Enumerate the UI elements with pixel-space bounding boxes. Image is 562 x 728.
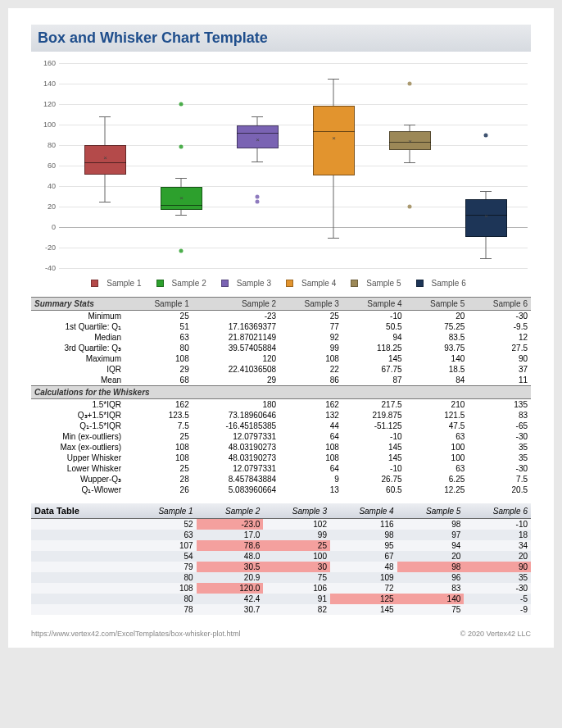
cell: -30 [468,431,531,442]
calculations-header-row: Calculations for the Whiskers [31,386,531,399]
outlier-point [179,102,184,107]
cell: 108 [129,442,193,453]
cell: 35 [464,572,531,583]
cell: 68 [129,375,193,386]
table-row: 3rd Quartile: Q₃8039.5740588499118.2593.… [31,343,531,353]
boxplot: × [313,58,355,275]
cell: 26 [129,485,193,495]
cell: -30 [464,583,531,594]
cell: -10 [342,463,406,474]
cell: 28 [129,474,193,485]
cell: 12 [468,332,531,343]
table-row: 6317.099989718 [31,530,531,540]
cell: 97 [397,530,465,540]
cell: 108 [279,442,342,453]
page-title: Box and Whisker Chart Template [38,30,524,47]
table-row: 7830.78214575-9 [31,604,531,615]
legend-item: Sample 2 [156,279,211,288]
cell: 47.5 [406,421,469,431]
cell: -65 [468,421,531,431]
cell: -30 [468,311,531,322]
outlier-point [408,82,412,86]
col-header: Sample 6 [468,298,531,311]
row-label: Q₁-1.5*IQR [31,421,129,431]
cell: 77 [279,321,342,332]
cell: 26.75 [342,474,406,485]
cell: 63 [129,530,197,540]
table-row: 5448.0100672020 [31,551,531,562]
table-row: Minimum25-2325-1020-30 [31,311,531,322]
outlier-point [256,199,260,203]
row-label: Max (ex-outliers) [31,442,129,453]
row-label: Median [31,332,129,343]
cell: -30 [468,463,531,474]
cell: 87 [342,375,406,386]
cell: 20.5 [468,485,531,495]
summary-stats-table: Summary Stats Sample 1 Sample 2 Sample 3… [31,297,531,495]
cell: 219.875 [342,410,406,421]
table-row: 1st Quartile: Q₁5117.163693777750.575.25… [31,321,531,332]
table-row: 52-23.010211698-10 [31,519,531,530]
cell: 145 [342,453,406,463]
cell: 80 [129,572,197,583]
cell: 17.0 [197,530,264,540]
legend-item: Sample 6 [416,279,471,288]
cell: 63 [406,463,469,474]
cell: 72 [330,583,397,594]
cell: 7.5 [468,474,531,485]
y-tick-label: 140 [36,80,56,88]
table-row: Mean682986878411 [31,375,531,386]
cell: 116 [330,519,397,530]
footer-copyright: © 2020 Vertex42 LLC [460,630,531,638]
row-label: 3rd Quartile: Q₃ [31,343,129,353]
cell: 20.9 [197,572,264,583]
cell: 51 [129,321,193,332]
cell: 18.5 [406,364,469,375]
cell: 107 [129,540,197,551]
cell: 78.6 [197,540,264,551]
boxplot: × [84,58,126,275]
row-label: Q₃+1.5*IQR [31,410,129,421]
cell: 22 [279,364,342,375]
boxplot: × [465,58,507,275]
cell: -9.5 [468,321,531,332]
row-label: 1st Quartile: Q₁ [31,321,129,332]
table-row: 8020.9751099635 [31,572,531,583]
legend-item: Sample 5 [351,279,406,288]
cell: 25 [129,463,193,474]
y-tick-label: 20 [36,202,56,211]
cell: 125 [330,594,397,604]
cell: 39.57405884 [193,343,279,353]
cell: 80 [129,343,193,353]
cell: 98 [330,530,397,540]
cell: 9 [279,474,342,485]
cell: 7.5 [129,421,193,431]
cell: 18 [464,530,531,540]
cell: 11 [468,375,531,386]
col-header: Sample 2 [197,503,264,519]
cell: 17.16369377 [193,321,279,332]
summary-stats-header-row: Summary Stats Sample 1 Sample 2 Sample 3… [31,298,531,311]
cell: 180 [193,399,279,411]
cell: 83.5 [406,332,469,343]
cell: 75.25 [406,321,469,332]
row-label [31,572,129,583]
cell: 99 [279,343,342,353]
legend-swatch [91,280,98,287]
legend-label: Sample 5 [366,279,401,288]
cell: 83 [397,583,465,594]
row-label [31,562,129,572]
cell: 118.25 [342,343,406,353]
cell: 75 [263,572,330,583]
table-row: 8042.491125140-5 [31,594,531,604]
row-label [31,583,129,594]
cell: 86 [279,375,342,386]
cell: 145 [330,604,397,615]
table-row: IQR2922.410365082267.7518.537 [31,364,531,375]
legend-swatch [156,280,164,287]
col-header: Sample 1 [129,503,197,519]
cell: 30 [263,562,330,572]
cell: 210 [406,399,469,411]
outlier-point [484,133,488,137]
legend-swatch [416,280,424,287]
